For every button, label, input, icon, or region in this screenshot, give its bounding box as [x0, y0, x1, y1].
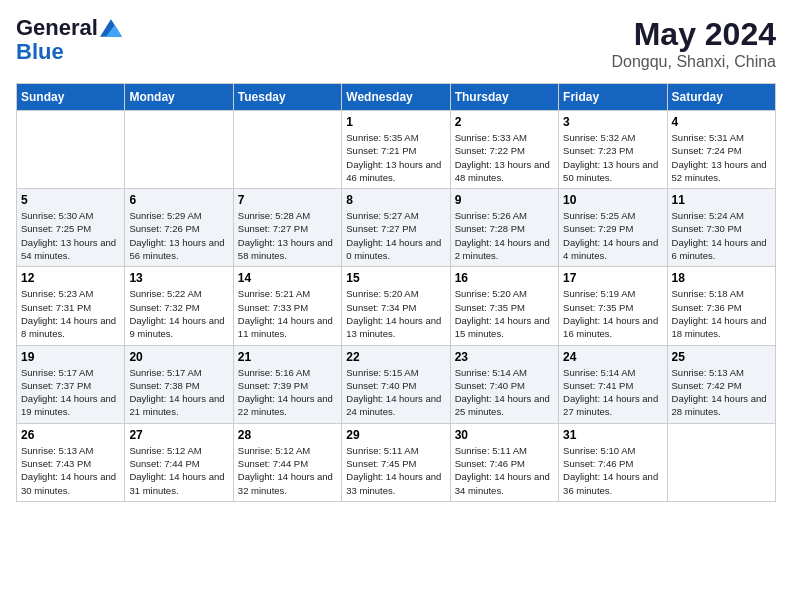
calendar-week-row: 1Sunrise: 5:35 AMSunset: 7:21 PMDaylight… — [17, 111, 776, 189]
day-info: Sunrise: 5:10 AMSunset: 7:46 PMDaylight:… — [563, 444, 662, 497]
day-number: 31 — [563, 428, 662, 442]
day-info: Sunrise: 5:27 AMSunset: 7:27 PMDaylight:… — [346, 209, 445, 262]
day-info: Sunrise: 5:21 AMSunset: 7:33 PMDaylight:… — [238, 287, 337, 340]
calendar-cell: 20Sunrise: 5:17 AMSunset: 7:38 PMDayligh… — [125, 345, 233, 423]
calendar-cell: 26Sunrise: 5:13 AMSunset: 7:43 PMDayligh… — [17, 423, 125, 501]
calendar-cell: 25Sunrise: 5:13 AMSunset: 7:42 PMDayligh… — [667, 345, 775, 423]
day-number: 4 — [672, 115, 771, 129]
calendar-cell: 29Sunrise: 5:11 AMSunset: 7:45 PMDayligh… — [342, 423, 450, 501]
calendar-cell: 9Sunrise: 5:26 AMSunset: 7:28 PMDaylight… — [450, 189, 558, 267]
calendar-cell: 15Sunrise: 5:20 AMSunset: 7:34 PMDayligh… — [342, 267, 450, 345]
day-info: Sunrise: 5:22 AMSunset: 7:32 PMDaylight:… — [129, 287, 228, 340]
calendar-cell: 3Sunrise: 5:32 AMSunset: 7:23 PMDaylight… — [559, 111, 667, 189]
calendar-cell: 8Sunrise: 5:27 AMSunset: 7:27 PMDaylight… — [342, 189, 450, 267]
calendar-table: SundayMondayTuesdayWednesdayThursdayFrid… — [16, 83, 776, 502]
day-info: Sunrise: 5:12 AMSunset: 7:44 PMDaylight:… — [129, 444, 228, 497]
calendar-week-row: 26Sunrise: 5:13 AMSunset: 7:43 PMDayligh… — [17, 423, 776, 501]
month-title: May 2024 — [611, 16, 776, 53]
day-info: Sunrise: 5:28 AMSunset: 7:27 PMDaylight:… — [238, 209, 337, 262]
calendar-cell: 18Sunrise: 5:18 AMSunset: 7:36 PMDayligh… — [667, 267, 775, 345]
calendar-cell: 30Sunrise: 5:11 AMSunset: 7:46 PMDayligh… — [450, 423, 558, 501]
calendar-cell: 14Sunrise: 5:21 AMSunset: 7:33 PMDayligh… — [233, 267, 341, 345]
logo-blue: Blue — [16, 40, 64, 64]
calendar-cell: 31Sunrise: 5:10 AMSunset: 7:46 PMDayligh… — [559, 423, 667, 501]
calendar-week-row: 12Sunrise: 5:23 AMSunset: 7:31 PMDayligh… — [17, 267, 776, 345]
calendar-cell: 24Sunrise: 5:14 AMSunset: 7:41 PMDayligh… — [559, 345, 667, 423]
day-number: 7 — [238, 193, 337, 207]
day-info: Sunrise: 5:16 AMSunset: 7:39 PMDaylight:… — [238, 366, 337, 419]
weekday-header-row: SundayMondayTuesdayWednesdayThursdayFrid… — [17, 84, 776, 111]
weekday-header: Thursday — [450, 84, 558, 111]
day-info: Sunrise: 5:12 AMSunset: 7:44 PMDaylight:… — [238, 444, 337, 497]
day-info: Sunrise: 5:17 AMSunset: 7:38 PMDaylight:… — [129, 366, 228, 419]
day-info: Sunrise: 5:29 AMSunset: 7:26 PMDaylight:… — [129, 209, 228, 262]
day-info: Sunrise: 5:24 AMSunset: 7:30 PMDaylight:… — [672, 209, 771, 262]
day-info: Sunrise: 5:14 AMSunset: 7:41 PMDaylight:… — [563, 366, 662, 419]
logo: General Blue — [16, 16, 122, 64]
day-number: 15 — [346, 271, 445, 285]
calendar-cell: 22Sunrise: 5:15 AMSunset: 7:40 PMDayligh… — [342, 345, 450, 423]
day-info: Sunrise: 5:11 AMSunset: 7:45 PMDaylight:… — [346, 444, 445, 497]
day-info: Sunrise: 5:13 AMSunset: 7:42 PMDaylight:… — [672, 366, 771, 419]
weekday-header: Monday — [125, 84, 233, 111]
day-info: Sunrise: 5:31 AMSunset: 7:24 PMDaylight:… — [672, 131, 771, 184]
day-number: 9 — [455, 193, 554, 207]
calendar-cell: 2Sunrise: 5:33 AMSunset: 7:22 PMDaylight… — [450, 111, 558, 189]
day-number: 28 — [238, 428, 337, 442]
page-header: General Blue May 2024 Dongqu, Shanxi, Ch… — [16, 16, 776, 71]
calendar-week-row: 5Sunrise: 5:30 AMSunset: 7:25 PMDaylight… — [17, 189, 776, 267]
calendar-cell: 1Sunrise: 5:35 AMSunset: 7:21 PMDaylight… — [342, 111, 450, 189]
calendar-cell: 7Sunrise: 5:28 AMSunset: 7:27 PMDaylight… — [233, 189, 341, 267]
day-info: Sunrise: 5:20 AMSunset: 7:35 PMDaylight:… — [455, 287, 554, 340]
calendar-cell: 21Sunrise: 5:16 AMSunset: 7:39 PMDayligh… — [233, 345, 341, 423]
location-title: Dongqu, Shanxi, China — [611, 53, 776, 71]
day-number: 21 — [238, 350, 337, 364]
day-number: 13 — [129, 271, 228, 285]
day-info: Sunrise: 5:30 AMSunset: 7:25 PMDaylight:… — [21, 209, 120, 262]
day-number: 26 — [21, 428, 120, 442]
day-number: 1 — [346, 115, 445, 129]
day-number: 23 — [455, 350, 554, 364]
day-number: 18 — [672, 271, 771, 285]
day-info: Sunrise: 5:14 AMSunset: 7:40 PMDaylight:… — [455, 366, 554, 419]
day-number: 17 — [563, 271, 662, 285]
day-info: Sunrise: 5:13 AMSunset: 7:43 PMDaylight:… — [21, 444, 120, 497]
weekday-header: Friday — [559, 84, 667, 111]
day-info: Sunrise: 5:25 AMSunset: 7:29 PMDaylight:… — [563, 209, 662, 262]
day-number: 20 — [129, 350, 228, 364]
calendar-cell: 5Sunrise: 5:30 AMSunset: 7:25 PMDaylight… — [17, 189, 125, 267]
day-number: 27 — [129, 428, 228, 442]
calendar-cell: 12Sunrise: 5:23 AMSunset: 7:31 PMDayligh… — [17, 267, 125, 345]
calendar-cell: 27Sunrise: 5:12 AMSunset: 7:44 PMDayligh… — [125, 423, 233, 501]
day-info: Sunrise: 5:19 AMSunset: 7:35 PMDaylight:… — [563, 287, 662, 340]
weekday-header: Wednesday — [342, 84, 450, 111]
day-info: Sunrise: 5:17 AMSunset: 7:37 PMDaylight:… — [21, 366, 120, 419]
day-number: 30 — [455, 428, 554, 442]
day-number: 5 — [21, 193, 120, 207]
calendar-cell: 10Sunrise: 5:25 AMSunset: 7:29 PMDayligh… — [559, 189, 667, 267]
day-info: Sunrise: 5:15 AMSunset: 7:40 PMDaylight:… — [346, 366, 445, 419]
day-info: Sunrise: 5:11 AMSunset: 7:46 PMDaylight:… — [455, 444, 554, 497]
day-info: Sunrise: 5:35 AMSunset: 7:21 PMDaylight:… — [346, 131, 445, 184]
calendar-cell: 17Sunrise: 5:19 AMSunset: 7:35 PMDayligh… — [559, 267, 667, 345]
day-number: 10 — [563, 193, 662, 207]
weekday-header: Sunday — [17, 84, 125, 111]
day-number: 11 — [672, 193, 771, 207]
day-number: 16 — [455, 271, 554, 285]
day-number: 12 — [21, 271, 120, 285]
calendar-cell: 19Sunrise: 5:17 AMSunset: 7:37 PMDayligh… — [17, 345, 125, 423]
calendar-cell: 6Sunrise: 5:29 AMSunset: 7:26 PMDaylight… — [125, 189, 233, 267]
title-area: May 2024 Dongqu, Shanxi, China — [611, 16, 776, 71]
day-number: 6 — [129, 193, 228, 207]
calendar-cell — [17, 111, 125, 189]
calendar-cell: 4Sunrise: 5:31 AMSunset: 7:24 PMDaylight… — [667, 111, 775, 189]
weekday-header: Tuesday — [233, 84, 341, 111]
calendar-cell — [667, 423, 775, 501]
day-number: 8 — [346, 193, 445, 207]
day-info: Sunrise: 5:18 AMSunset: 7:36 PMDaylight:… — [672, 287, 771, 340]
day-number: 14 — [238, 271, 337, 285]
day-number: 19 — [21, 350, 120, 364]
calendar-cell: 23Sunrise: 5:14 AMSunset: 7:40 PMDayligh… — [450, 345, 558, 423]
day-info: Sunrise: 5:33 AMSunset: 7:22 PMDaylight:… — [455, 131, 554, 184]
calendar-cell — [125, 111, 233, 189]
